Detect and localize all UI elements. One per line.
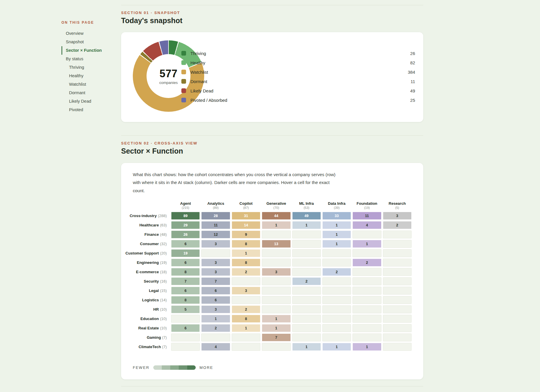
heatmap-cell-empty[interactable] [262, 231, 290, 238]
heatmap-cell[interactable]: 26 [171, 231, 200, 238]
heatmap-cell-empty[interactable] [383, 296, 412, 304]
heatmap-cell[interactable]: 9 [232, 231, 260, 238]
heatmap-cell-empty[interactable] [352, 277, 381, 285]
heatmap-cell[interactable]: 7 [262, 333, 290, 341]
heatmap-cell[interactable]: 3 [262, 268, 290, 276]
heatmap-cell-empty[interactable] [262, 343, 290, 351]
heatmap-cell-empty[interactable] [383, 315, 412, 323]
heatmap-cell-empty[interactable] [232, 296, 260, 304]
heatmap-cell[interactable]: 3 [232, 287, 260, 295]
heatmap-cell[interactable]: 8 [232, 259, 260, 267]
heatmap-cell[interactable]: 13 [262, 240, 290, 248]
heatmap-cell-empty[interactable] [262, 249, 290, 257]
heatmap-cell[interactable]: 8 [232, 315, 260, 323]
heatmap-cell[interactable]: 44 [262, 212, 290, 220]
heatmap-cell[interactable]: 8 [171, 268, 200, 276]
heatmap-cell[interactable]: 7 [171, 277, 200, 285]
heatmap-cell-empty[interactable] [383, 305, 412, 313]
heatmap-cell[interactable]: 3 [201, 268, 230, 276]
heatmap-cell-empty[interactable] [383, 249, 412, 257]
heatmap-cell[interactable]: 1 [262, 324, 290, 332]
heatmap-cell[interactable]: 7 [201, 277, 230, 285]
heatmap-cell-empty[interactable] [292, 296, 321, 304]
heatmap-cell[interactable]: 1 [201, 315, 230, 323]
heatmap-cell-empty[interactable] [292, 231, 321, 238]
sidebar-item-overview[interactable]: Overview [61, 29, 118, 38]
heatmap-cell[interactable]: 1 [322, 221, 351, 229]
heatmap-cell-empty[interactable] [352, 315, 381, 323]
heatmap-cell[interactable]: 11 [201, 221, 230, 229]
heatmap-cell-empty[interactable] [383, 259, 412, 267]
heatmap-cell[interactable]: 3 [201, 259, 230, 267]
heatmap-cell[interactable]: 8 [171, 296, 200, 304]
heatmap-cell[interactable]: 2 [292, 277, 321, 285]
heatmap-cell[interactable]: 1 [262, 315, 290, 323]
heatmap-cell-empty[interactable] [292, 315, 321, 323]
heatmap-cell[interactable]: 1 [262, 221, 290, 229]
heatmap-cell-empty[interactable] [232, 277, 260, 285]
heatmap-cell[interactable]: 2 [232, 268, 260, 276]
heatmap-cell-empty[interactable] [262, 305, 290, 313]
heatmap-cell[interactable]: 1 [322, 231, 351, 238]
heatmap-cell-empty[interactable] [322, 315, 351, 323]
heatmap-cell-empty[interactable] [352, 268, 381, 276]
heatmap-cell-empty[interactable] [292, 268, 321, 276]
heatmap-cell-empty[interactable] [322, 333, 351, 341]
heatmap-cell[interactable]: 6 [171, 240, 200, 248]
sidebar-item-sector-function[interactable]: Sector × Function [61, 46, 118, 55]
heatmap-cell[interactable]: 8 [232, 240, 260, 248]
heatmap-cell-empty[interactable] [383, 231, 412, 238]
sidebar-item-likely-dead[interactable]: Likely Dead [61, 97, 118, 106]
heatmap-cell[interactable]: 1 [232, 249, 260, 257]
heatmap-cell-empty[interactable] [322, 249, 351, 257]
heatmap-cell-empty[interactable] [352, 305, 381, 313]
heatmap-cell[interactable]: 3 [201, 305, 230, 313]
heatmap-cell[interactable]: 2 [352, 259, 381, 267]
heatmap-cell[interactable]: 12 [201, 231, 230, 238]
heatmap-cell[interactable]: 1 [322, 343, 351, 351]
heatmap-cell-empty[interactable] [292, 324, 321, 332]
heatmap-cell[interactable]: 5 [171, 305, 200, 313]
heatmap-cell[interactable]: 6 [171, 259, 200, 267]
heatmap-cell-empty[interactable] [322, 324, 351, 332]
heatmap-cell-empty[interactable] [383, 277, 412, 285]
heatmap-cell-empty[interactable] [322, 287, 351, 295]
heatmap-cell-empty[interactable] [383, 343, 412, 351]
heatmap-cell[interactable]: 4 [352, 221, 381, 229]
heatmap-cell-empty[interactable] [383, 324, 412, 332]
heatmap-cell[interactable]: 1 [352, 343, 381, 351]
heatmap-cell-empty[interactable] [322, 305, 351, 313]
sidebar-item-watchlist[interactable]: Watchlist [61, 80, 118, 89]
heatmap-cell[interactable]: 11 [352, 212, 381, 220]
heatmap-cell-empty[interactable] [292, 287, 321, 295]
heatmap-cell-empty[interactable] [322, 259, 351, 267]
heatmap-cell-empty[interactable] [292, 305, 321, 313]
heatmap-cell-empty[interactable] [262, 287, 290, 295]
heatmap-cell-empty[interactable] [262, 277, 290, 285]
heatmap-cell-empty[interactable] [322, 296, 351, 304]
heatmap-cell-empty[interactable] [352, 333, 381, 341]
sidebar-item-pivoted[interactable]: Pivoted [61, 106, 118, 114]
heatmap-cell-empty[interactable] [201, 333, 230, 341]
heatmap-cell-empty[interactable] [383, 333, 412, 341]
heatmap-cell[interactable]: 2 [201, 324, 230, 332]
sidebar-item-by-status[interactable]: By status [61, 55, 118, 63]
heatmap-cell[interactable]: 2 [383, 221, 412, 229]
heatmap-cell-empty[interactable] [292, 259, 321, 267]
heatmap-cell[interactable]: 4 [201, 343, 230, 351]
heatmap-cell-empty[interactable] [383, 268, 412, 276]
heatmap-cell-empty[interactable] [262, 259, 290, 267]
heatmap-cell[interactable]: 2 [232, 305, 260, 313]
heatmap-cell[interactable]: 14 [232, 221, 260, 229]
heatmap-cell-empty[interactable] [292, 249, 321, 257]
heatmap-cell[interactable]: 1 [352, 240, 381, 248]
heatmap-cell[interactable]: 1 [292, 343, 321, 351]
heatmap-cell[interactable]: 6 [201, 296, 230, 304]
sidebar-item-dormant[interactable]: Dormant [61, 89, 118, 97]
heatmap-cell[interactable]: 19 [171, 249, 200, 257]
heatmap-cell[interactable]: 1 [232, 324, 260, 332]
heatmap-cell[interactable]: 33 [322, 212, 351, 220]
heatmap-cell-empty[interactable] [322, 277, 351, 285]
heatmap-cell[interactable]: 31 [232, 212, 260, 220]
heatmap-cell[interactable]: 6 [171, 324, 200, 332]
